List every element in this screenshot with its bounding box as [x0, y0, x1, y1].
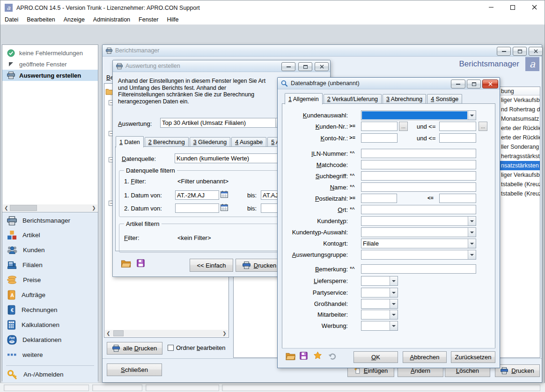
zuruecksetzen-button[interactable]: Zurücksetzen [451, 351, 495, 363]
close-button[interactable] [529, 47, 543, 56]
alle-drucken-button[interactable]: alle Drucken [107, 342, 162, 355]
tab-allgemein[interactable]: 1 Allgemein [285, 93, 323, 104]
sidebar-horizontal-scrollbar[interactable]: ❮ ❯ [3, 204, 97, 211]
sidebar-item-auftraege[interactable]: A Aufträge [2, 287, 98, 302]
chevron-down-icon[interactable] [390, 310, 398, 319]
minimize-button[interactable] [281, 62, 295, 71]
chevron-down-icon[interactable] [468, 111, 476, 120]
partyservice-combobox[interactable] [361, 288, 398, 298]
konto-nr-bis-input[interactable] [439, 133, 476, 143]
postleitzahl-von-input[interactable] [361, 194, 397, 203]
kunden-nr-bis-input[interactable] [439, 122, 476, 131]
sidebar-item-fehlermeldungen[interactable]: keine Fehlermeldungen [2, 47, 98, 58]
tab-verkauf-lieferung[interactable]: 2 Verkauf/Lieferung [324, 94, 382, 104]
abbrechen-button[interactable]: Abbrechen [403, 351, 447, 363]
sidebar-item-kalkulationen[interactable]: 0|0 Kalkulationen [2, 317, 98, 332]
menu-datei[interactable]: Datei [0, 15, 22, 25]
ok-button[interactable]: OK [354, 351, 398, 363]
datum2-von-input[interactable] [175, 203, 219, 213]
berichtsmanager-titlebar[interactable]: Berichtsmanager [103, 45, 542, 57]
liefersperre-combobox[interactable] [361, 276, 398, 286]
undo-icon[interactable] [328, 352, 337, 360]
sidebar-item-weitere[interactable]: weitere [2, 347, 98, 362]
scrollbar-thumb[interactable] [113, 330, 124, 336]
close-button[interactable] [315, 62, 329, 71]
tab-berechnung[interactable]: 2 Berechnung [145, 137, 189, 147]
minimize-button[interactable] [497, 47, 511, 56]
menu-anzeige[interactable]: Anzeige [59, 15, 89, 25]
minimize-button[interactable] [480, 0, 502, 15]
sidebar-item-deklarationen[interactable]: Fett9% Deklarationen [2, 332, 98, 347]
sidebar-item-berichtsmanager[interactable]: Berichtsmanager [2, 212, 98, 227]
scroll-left-icon[interactable]: ❮ [3, 205, 10, 211]
maximize-button[interactable] [298, 62, 312, 71]
bemerkung-input[interactable] [361, 264, 476, 274]
drucken-button[interactable]: Drucken [495, 364, 540, 377]
tab-gliederung[interactable]: 3 Gliederung [190, 137, 231, 147]
calendar-icon[interactable] [221, 204, 228, 211]
drucken-button[interactable]: Drucken [236, 259, 283, 272]
sidebar-item-preise[interactable]: Preise [2, 272, 98, 287]
ort-input[interactable] [361, 205, 476, 214]
mitarbeiter-combobox[interactable] [361, 310, 398, 319]
matchcode-input[interactable] [361, 160, 476, 169]
sidebar-item-auswertung-erstellen[interactable]: Auswertung erstellen [2, 70, 98, 81]
ordner-bearbeiten-checkbox[interactable] [168, 345, 174, 351]
konto-nr-von-input[interactable] [361, 133, 398, 143]
tree-horizontal-scrollbar[interactable]: ❮ ❯ [105, 330, 228, 337]
main-titlebar[interactable]: a APRO.CON 14.5 - Version Trunk - Lizenz… [0, 0, 545, 15]
menu-bearbeiten[interactable]: Bearbeiten [22, 15, 59, 25]
maximize-button[interactable] [467, 80, 481, 88]
kundentyp-combobox[interactable] [361, 216, 476, 226]
postleitzahl-bis-input[interactable] [439, 194, 476, 203]
save-floppy-icon[interactable] [137, 259, 145, 267]
grosshandel-combobox[interactable] [361, 299, 398, 309]
scroll-right-icon[interactable]: ❯ [90, 205, 97, 211]
close-button[interactable] [482, 80, 498, 88]
schliessen-button[interactable]: Schließen [107, 363, 162, 376]
kundentyp-auswahl-combobox[interactable] [361, 227, 476, 237]
chevron-down-icon[interactable] [390, 321, 398, 330]
chevron-down-icon[interactable] [468, 239, 476, 248]
maximize-button[interactable] [502, 0, 523, 15]
tab-sonstige[interactable]: 4 Sonstige [427, 94, 462, 104]
open-folder-icon[interactable] [121, 260, 131, 268]
kontoart-combobox[interactable]: Filiale [361, 239, 476, 248]
tab-ausgabe[interactable]: 4 Ausgabe [231, 137, 266, 147]
scroll-right-icon[interactable]: ❯ [221, 331, 228, 336]
auswertung-combobox[interactable]: Top 30 Artikel (Umsatz Filialen) [160, 118, 284, 128]
save-floppy-icon[interactable] [300, 352, 308, 360]
kunden-nr-bis-browse-button[interactable]: ... [479, 122, 487, 131]
tab-abrechnung[interactable]: 3 Abrechnung [383, 94, 426, 104]
chevron-down-icon[interactable] [468, 228, 476, 237]
close-button[interactable] [523, 0, 545, 15]
chevron-down-icon[interactable] [390, 276, 398, 285]
kunden-nr-von-input[interactable] [361, 122, 398, 131]
sidebar-item-geoeffnete-fenster[interactable]: geöffnete Fenster [2, 58, 98, 70]
favorite-star-icon[interactable] [313, 351, 322, 360]
chevron-down-icon[interactable] [390, 299, 398, 308]
einfach-button[interactable]: << Einfach [190, 259, 233, 272]
chevron-down-icon[interactable] [390, 288, 398, 297]
scrollbar-thumb[interactable] [10, 205, 37, 211]
sidebar-item-artikel[interactable]: Artikel [2, 227, 98, 242]
suchbegriff-input[interactable] [361, 171, 476, 181]
chevron-down-icon[interactable] [468, 250, 476, 259]
dialog-titlebar[interactable]: Auswertung erstellen [113, 60, 330, 72]
sidebar-item-rechnungen[interactable]: € Rechnungen [2, 302, 98, 317]
dialog-titlebar[interactable]: Datenabfrage (unbenannt) [278, 78, 500, 89]
datum1-von-input[interactable] [175, 190, 219, 200]
werbung-combobox[interactable] [361, 321, 398, 331]
sidebar-item-an-abmelden[interactable]: An-/Abmelden [2, 366, 98, 383]
name-input[interactable] [361, 182, 476, 192]
sidebar-item-kunden[interactable]: Kunden [2, 242, 98, 257]
minimize-button[interactable] [451, 80, 465, 88]
menu-fenster[interactable]: Fenster [134, 15, 162, 25]
kundenauswahl-combobox[interactable] [361, 110, 476, 120]
menu-hilfe[interactable]: Hilfe [162, 15, 183, 25]
kunden-nr-von-browse-button[interactable]: ... [399, 122, 408, 131]
sidebar-item-filialen[interactable]: Filialen [2, 257, 98, 272]
menu-administration[interactable]: Administration [89, 15, 134, 25]
auswertungsgruppe-combobox[interactable] [361, 250, 476, 260]
maximize-button[interactable] [513, 47, 527, 56]
